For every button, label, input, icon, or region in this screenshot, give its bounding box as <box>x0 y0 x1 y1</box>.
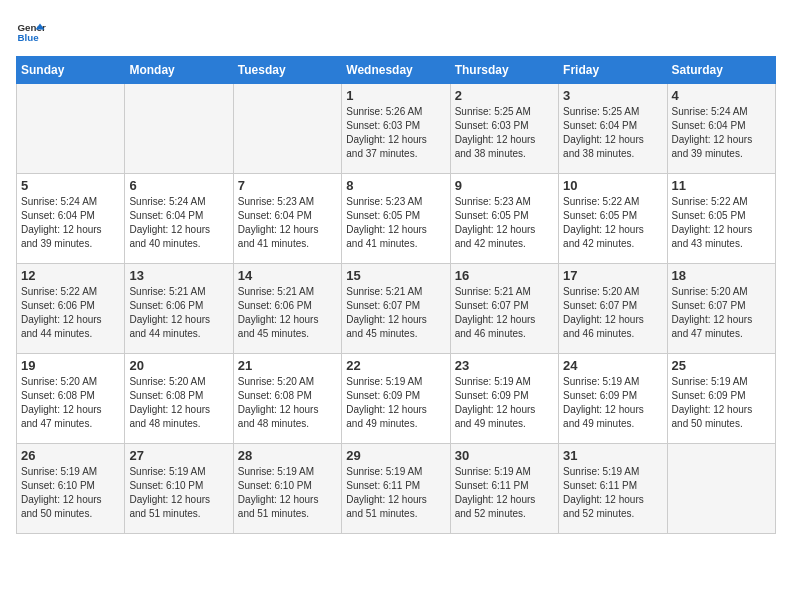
calendar-cell: 24Sunrise: 5:19 AMSunset: 6:09 PMDayligh… <box>559 354 667 444</box>
calendar-cell: 18Sunrise: 5:20 AMSunset: 6:07 PMDayligh… <box>667 264 775 354</box>
day-info: Sunrise: 5:19 AMSunset: 6:11 PMDaylight:… <box>346 465 445 521</box>
weekday-header: Monday <box>125 57 233 84</box>
calendar-cell: 8Sunrise: 5:23 AMSunset: 6:05 PMDaylight… <box>342 174 450 264</box>
day-info: Sunrise: 5:19 AMSunset: 6:11 PMDaylight:… <box>563 465 662 521</box>
calendar-cell <box>233 84 341 174</box>
day-number: 15 <box>346 268 445 283</box>
day-number: 7 <box>238 178 337 193</box>
day-number: 1 <box>346 88 445 103</box>
day-info: Sunrise: 5:19 AMSunset: 6:10 PMDaylight:… <box>21 465 120 521</box>
day-number: 13 <box>129 268 228 283</box>
day-info: Sunrise: 5:21 AMSunset: 6:06 PMDaylight:… <box>129 285 228 341</box>
calendar-cell: 25Sunrise: 5:19 AMSunset: 6:09 PMDayligh… <box>667 354 775 444</box>
calendar-cell: 14Sunrise: 5:21 AMSunset: 6:06 PMDayligh… <box>233 264 341 354</box>
calendar-header: SundayMondayTuesdayWednesdayThursdayFrid… <box>17 57 776 84</box>
day-info: Sunrise: 5:19 AMSunset: 6:11 PMDaylight:… <box>455 465 554 521</box>
calendar-table: SundayMondayTuesdayWednesdayThursdayFrid… <box>16 56 776 534</box>
calendar-week-row: 12Sunrise: 5:22 AMSunset: 6:06 PMDayligh… <box>17 264 776 354</box>
day-number: 21 <box>238 358 337 373</box>
calendar-cell: 28Sunrise: 5:19 AMSunset: 6:10 PMDayligh… <box>233 444 341 534</box>
day-info: Sunrise: 5:21 AMSunset: 6:07 PMDaylight:… <box>455 285 554 341</box>
calendar-week-row: 19Sunrise: 5:20 AMSunset: 6:08 PMDayligh… <box>17 354 776 444</box>
day-info: Sunrise: 5:24 AMSunset: 6:04 PMDaylight:… <box>672 105 771 161</box>
calendar-cell: 17Sunrise: 5:20 AMSunset: 6:07 PMDayligh… <box>559 264 667 354</box>
calendar-cell: 15Sunrise: 5:21 AMSunset: 6:07 PMDayligh… <box>342 264 450 354</box>
day-number: 9 <box>455 178 554 193</box>
day-number: 17 <box>563 268 662 283</box>
day-info: Sunrise: 5:23 AMSunset: 6:05 PMDaylight:… <box>346 195 445 251</box>
day-number: 27 <box>129 448 228 463</box>
calendar-week-row: 5Sunrise: 5:24 AMSunset: 6:04 PMDaylight… <box>17 174 776 264</box>
calendar-cell: 6Sunrise: 5:24 AMSunset: 6:04 PMDaylight… <box>125 174 233 264</box>
day-number: 29 <box>346 448 445 463</box>
day-number: 11 <box>672 178 771 193</box>
calendar-cell: 1Sunrise: 5:26 AMSunset: 6:03 PMDaylight… <box>342 84 450 174</box>
calendar-cell: 29Sunrise: 5:19 AMSunset: 6:11 PMDayligh… <box>342 444 450 534</box>
day-number: 24 <box>563 358 662 373</box>
calendar-cell: 4Sunrise: 5:24 AMSunset: 6:04 PMDaylight… <box>667 84 775 174</box>
day-info: Sunrise: 5:23 AMSunset: 6:04 PMDaylight:… <box>238 195 337 251</box>
calendar-cell: 27Sunrise: 5:19 AMSunset: 6:10 PMDayligh… <box>125 444 233 534</box>
calendar-cell: 13Sunrise: 5:21 AMSunset: 6:06 PMDayligh… <box>125 264 233 354</box>
calendar-cell: 5Sunrise: 5:24 AMSunset: 6:04 PMDaylight… <box>17 174 125 264</box>
day-info: Sunrise: 5:20 AMSunset: 6:07 PMDaylight:… <box>563 285 662 341</box>
logo-icon: General Blue <box>16 16 46 46</box>
day-number: 10 <box>563 178 662 193</box>
day-info: Sunrise: 5:19 AMSunset: 6:09 PMDaylight:… <box>346 375 445 431</box>
calendar-cell: 9Sunrise: 5:23 AMSunset: 6:05 PMDaylight… <box>450 174 558 264</box>
day-info: Sunrise: 5:23 AMSunset: 6:05 PMDaylight:… <box>455 195 554 251</box>
day-info: Sunrise: 5:19 AMSunset: 6:10 PMDaylight:… <box>238 465 337 521</box>
weekday-header: Wednesday <box>342 57 450 84</box>
calendar-cell: 21Sunrise: 5:20 AMSunset: 6:08 PMDayligh… <box>233 354 341 444</box>
day-number: 6 <box>129 178 228 193</box>
calendar-cell: 22Sunrise: 5:19 AMSunset: 6:09 PMDayligh… <box>342 354 450 444</box>
weekday-header: Tuesday <box>233 57 341 84</box>
day-number: 4 <box>672 88 771 103</box>
page-header: General Blue <box>16 16 776 46</box>
calendar-body: 1Sunrise: 5:26 AMSunset: 6:03 PMDaylight… <box>17 84 776 534</box>
calendar-cell: 19Sunrise: 5:20 AMSunset: 6:08 PMDayligh… <box>17 354 125 444</box>
day-number: 8 <box>346 178 445 193</box>
calendar-cell: 3Sunrise: 5:25 AMSunset: 6:04 PMDaylight… <box>559 84 667 174</box>
calendar-cell: 10Sunrise: 5:22 AMSunset: 6:05 PMDayligh… <box>559 174 667 264</box>
calendar-cell: 7Sunrise: 5:23 AMSunset: 6:04 PMDaylight… <box>233 174 341 264</box>
day-number: 3 <box>563 88 662 103</box>
weekday-row: SundayMondayTuesdayWednesdayThursdayFrid… <box>17 57 776 84</box>
weekday-header: Saturday <box>667 57 775 84</box>
day-info: Sunrise: 5:24 AMSunset: 6:04 PMDaylight:… <box>129 195 228 251</box>
day-number: 2 <box>455 88 554 103</box>
day-number: 23 <box>455 358 554 373</box>
day-info: Sunrise: 5:24 AMSunset: 6:04 PMDaylight:… <box>21 195 120 251</box>
calendar-cell: 31Sunrise: 5:19 AMSunset: 6:11 PMDayligh… <box>559 444 667 534</box>
calendar-cell <box>17 84 125 174</box>
day-number: 19 <box>21 358 120 373</box>
calendar-week-row: 26Sunrise: 5:19 AMSunset: 6:10 PMDayligh… <box>17 444 776 534</box>
day-info: Sunrise: 5:19 AMSunset: 6:09 PMDaylight:… <box>563 375 662 431</box>
day-info: Sunrise: 5:22 AMSunset: 6:06 PMDaylight:… <box>21 285 120 341</box>
calendar-cell: 23Sunrise: 5:19 AMSunset: 6:09 PMDayligh… <box>450 354 558 444</box>
day-info: Sunrise: 5:19 AMSunset: 6:09 PMDaylight:… <box>455 375 554 431</box>
day-info: Sunrise: 5:20 AMSunset: 6:08 PMDaylight:… <box>129 375 228 431</box>
calendar-week-row: 1Sunrise: 5:26 AMSunset: 6:03 PMDaylight… <box>17 84 776 174</box>
calendar-cell: 30Sunrise: 5:19 AMSunset: 6:11 PMDayligh… <box>450 444 558 534</box>
day-info: Sunrise: 5:26 AMSunset: 6:03 PMDaylight:… <box>346 105 445 161</box>
calendar-cell: 26Sunrise: 5:19 AMSunset: 6:10 PMDayligh… <box>17 444 125 534</box>
day-info: Sunrise: 5:20 AMSunset: 6:07 PMDaylight:… <box>672 285 771 341</box>
calendar-cell: 12Sunrise: 5:22 AMSunset: 6:06 PMDayligh… <box>17 264 125 354</box>
day-info: Sunrise: 5:21 AMSunset: 6:07 PMDaylight:… <box>346 285 445 341</box>
day-number: 14 <box>238 268 337 283</box>
calendar-cell <box>667 444 775 534</box>
day-info: Sunrise: 5:20 AMSunset: 6:08 PMDaylight:… <box>21 375 120 431</box>
day-number: 18 <box>672 268 771 283</box>
day-info: Sunrise: 5:25 AMSunset: 6:03 PMDaylight:… <box>455 105 554 161</box>
calendar-cell: 2Sunrise: 5:25 AMSunset: 6:03 PMDaylight… <box>450 84 558 174</box>
day-number: 22 <box>346 358 445 373</box>
day-number: 31 <box>563 448 662 463</box>
calendar-cell: 16Sunrise: 5:21 AMSunset: 6:07 PMDayligh… <box>450 264 558 354</box>
calendar-cell: 20Sunrise: 5:20 AMSunset: 6:08 PMDayligh… <box>125 354 233 444</box>
day-number: 25 <box>672 358 771 373</box>
day-number: 26 <box>21 448 120 463</box>
day-info: Sunrise: 5:25 AMSunset: 6:04 PMDaylight:… <box>563 105 662 161</box>
day-number: 16 <box>455 268 554 283</box>
day-info: Sunrise: 5:20 AMSunset: 6:08 PMDaylight:… <box>238 375 337 431</box>
